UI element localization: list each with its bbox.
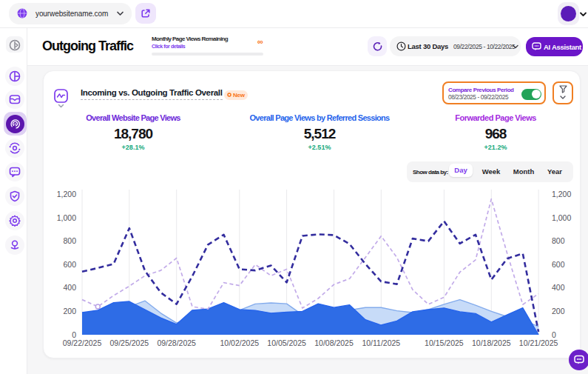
svg-text:1,200: 1,200 xyxy=(552,190,571,198)
svg-text:10/08/2025: 10/08/2025 xyxy=(314,338,354,347)
svg-text:10/05/2025: 10/05/2025 xyxy=(267,338,306,347)
svg-text:600: 600 xyxy=(63,260,76,269)
svg-text:200: 200 xyxy=(63,307,76,315)
svg-text:10/18/2025: 10/18/2025 xyxy=(472,338,511,347)
svg-text:400: 400 xyxy=(63,283,76,292)
svg-text:1,000: 1,000 xyxy=(57,213,76,222)
svg-text:800: 800 xyxy=(552,236,565,245)
svg-text:09/25/2025: 09/25/2025 xyxy=(110,338,149,347)
svg-text:600: 600 xyxy=(552,260,565,269)
svg-text:0: 0 xyxy=(552,330,556,339)
svg-text:10/02/2025: 10/02/2025 xyxy=(220,338,260,347)
svg-text:10/21/2025: 10/21/2025 xyxy=(519,338,558,347)
svg-text:200: 200 xyxy=(552,307,565,315)
svg-text:1,000: 1,000 xyxy=(552,213,571,222)
svg-text:10/15/2025: 10/15/2025 xyxy=(425,338,464,347)
svg-text:0: 0 xyxy=(72,330,76,339)
svg-text:09/22/2025: 09/22/2025 xyxy=(63,338,102,347)
svg-text:09/28/2025: 09/28/2025 xyxy=(157,338,196,347)
svg-text:1,200: 1,200 xyxy=(57,190,76,198)
svg-text:800: 800 xyxy=(63,236,76,245)
svg-text:10/11/2025: 10/11/2025 xyxy=(362,338,400,347)
svg-text:400: 400 xyxy=(552,283,565,292)
